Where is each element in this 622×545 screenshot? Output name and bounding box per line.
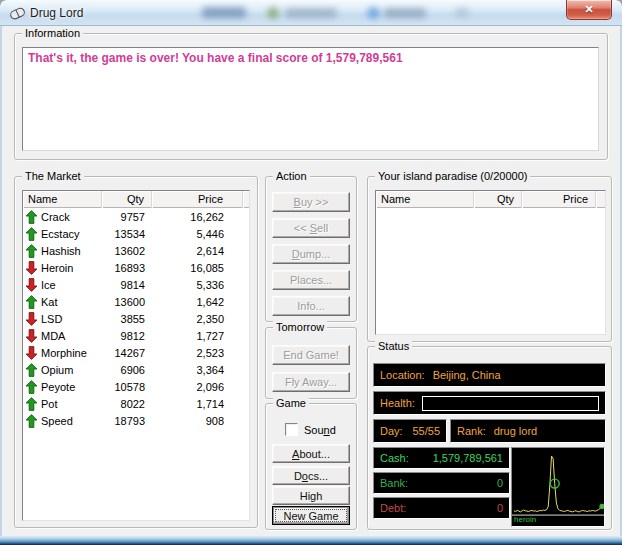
glass-blur-artifact xyxy=(367,7,380,19)
market-cell-name: Hashish xyxy=(23,244,102,258)
end-game-button[interactable]: End Game! xyxy=(272,345,350,365)
glass-blur-artifact xyxy=(455,8,469,17)
fly-away-button[interactable]: Fly Away... xyxy=(272,372,350,392)
market-row[interactable]: Heroin1689316,085 xyxy=(23,259,249,276)
location-value: Beijing, China xyxy=(433,369,501,381)
close-icon: ✕ xyxy=(584,3,593,15)
market-cell-qty: 13534 xyxy=(102,228,152,240)
market-row[interactable]: Opium69063,364 xyxy=(23,361,249,378)
island-listview[interactable]: Name Qty Price xyxy=(375,190,606,335)
location-label: Location: xyxy=(380,369,425,381)
sell-button[interactable]: << Sell xyxy=(272,218,350,238)
market-cell-name: Morphine xyxy=(23,346,102,360)
market-header-qty[interactable]: Qty xyxy=(102,191,152,208)
island-group-label: Your island paradise (0/20000) xyxy=(375,169,530,183)
market-rows: Crack975716,262Ecstacy135345,446Hashish1… xyxy=(23,208,249,429)
market-header-name[interactable]: Name xyxy=(23,191,102,208)
market-row[interactable]: Ice98145,336 xyxy=(23,276,249,293)
dump-button[interactable]: Dump... xyxy=(272,244,350,264)
market-listview[interactable]: Name Qty Price Crack975716,262Ecstacy135… xyxy=(22,190,250,521)
glass-blur-artifact xyxy=(285,8,337,18)
glass-blur-artifact xyxy=(267,7,279,19)
cash-panel: Cash: 1,579,789,561 xyxy=(373,447,510,469)
sound-checkbox-label: Sound xyxy=(304,424,336,436)
debt-label: Debt: xyxy=(380,502,406,514)
titlebar[interactable]: Drug Lord ✕ xyxy=(0,0,622,26)
high-scores-button[interactable]: High Scores... xyxy=(272,486,350,505)
about-button[interactable]: About... xyxy=(272,444,350,463)
market-row[interactable]: Hashish136022,614 xyxy=(23,242,249,259)
market-cell-price: 2,614 xyxy=(152,245,243,257)
window-frame-bottom xyxy=(0,536,622,545)
market-name-text: Kat xyxy=(41,296,58,308)
debt-panel: Debt: 0 xyxy=(373,497,510,519)
pill-icon xyxy=(9,5,26,22)
market-cell-price: 908 xyxy=(152,415,243,427)
places-button[interactable]: Places... xyxy=(272,270,350,290)
market-row[interactable]: Crack975716,262 xyxy=(23,208,249,225)
information-group-label: Information xyxy=(22,26,83,40)
market-row[interactable]: Pot80221,714 xyxy=(23,395,249,412)
market-header-price[interactable]: Price xyxy=(152,191,243,208)
trend-down-icon xyxy=(26,329,37,343)
debt-value: 0 xyxy=(497,502,503,514)
market-row[interactable]: Morphine142672,523 xyxy=(23,344,249,361)
buy-button[interactable]: Buy >> xyxy=(272,192,350,212)
market-cell-price: 1,727 xyxy=(152,330,243,342)
island-header-name[interactable]: Name xyxy=(376,191,474,208)
trend-down-icon xyxy=(26,261,37,275)
market-row[interactable]: MDA98121,727 xyxy=(23,327,249,344)
docs-button[interactable]: Docs... xyxy=(272,466,350,485)
market-row[interactable]: LSD38552,350 xyxy=(23,310,249,327)
market-cell-qty: 10578 xyxy=(102,381,152,393)
sound-checkbox[interactable] xyxy=(285,423,298,436)
health-label: Health: xyxy=(380,397,415,409)
market-cell-qty: 14267 xyxy=(102,347,152,359)
sound-checkbox-row[interactable]: Sound xyxy=(285,423,336,436)
market-header-filler xyxy=(243,191,249,208)
market-name-text: Crack xyxy=(41,211,70,223)
market-cell-price: 2,096 xyxy=(152,381,243,393)
price-history-chart: heroin xyxy=(511,447,605,527)
market-row[interactable]: Speed18793908 xyxy=(23,412,249,429)
market-cell-price: 5,446 xyxy=(152,228,243,240)
information-group: Information That's it, the game is over!… xyxy=(14,33,608,160)
market-group-label: The Market xyxy=(22,169,84,183)
market-cell-price: 2,350 xyxy=(152,313,243,325)
market-row[interactable]: Kat136001,642 xyxy=(23,293,249,310)
market-cell-price: 2,523 xyxy=(152,347,243,359)
market-cell-qty: 8022 xyxy=(102,398,152,410)
market-name-text: Ecstacy xyxy=(41,228,80,240)
trend-up-icon xyxy=(26,295,37,309)
rank-value: drug lord xyxy=(494,425,537,437)
market-row[interactable]: Peyote105782,096 xyxy=(23,378,249,395)
info-button[interactable]: Info... xyxy=(272,296,350,316)
tomorrow-group-label: Tomorrow xyxy=(273,320,327,334)
market-cell-qty: 6906 xyxy=(102,364,152,376)
market-cell-name: Opium xyxy=(23,363,102,377)
game-group: Game Sound About... Docs... High Scores.… xyxy=(265,403,357,530)
client-area: Information That's it, the game is over!… xyxy=(2,26,620,536)
market-row[interactable]: Ecstacy135345,446 xyxy=(23,225,249,242)
new-game-button[interactable]: New Game xyxy=(272,506,350,525)
window-title: Drug Lord xyxy=(30,0,83,26)
island-header-price[interactable]: Price xyxy=(522,191,596,208)
market-cell-name: Ecstacy xyxy=(23,227,102,241)
svg-text:heroin: heroin xyxy=(514,515,536,524)
market-cell-qty: 16893 xyxy=(102,262,152,274)
market-cell-qty: 9814 xyxy=(102,279,152,291)
market-cell-name: Crack xyxy=(23,210,102,224)
rank-label: Rank: xyxy=(457,425,486,437)
trend-up-icon xyxy=(26,380,37,394)
bank-label: Bank: xyxy=(380,477,408,489)
trend-down-icon xyxy=(26,278,37,292)
island-header-qty[interactable]: Qty xyxy=(474,191,522,208)
action-group-label: Action xyxy=(273,169,310,183)
day-panel: Day: 55/55 xyxy=(373,419,447,443)
close-button[interactable]: ✕ xyxy=(566,0,612,20)
market-name-text: Peyote xyxy=(41,381,75,393)
market-name-text: Heroin xyxy=(41,262,73,274)
island-header-filler xyxy=(596,191,605,208)
health-bar xyxy=(422,396,599,411)
information-textbox[interactable]: That's it, the game is over! You have a … xyxy=(22,47,599,151)
